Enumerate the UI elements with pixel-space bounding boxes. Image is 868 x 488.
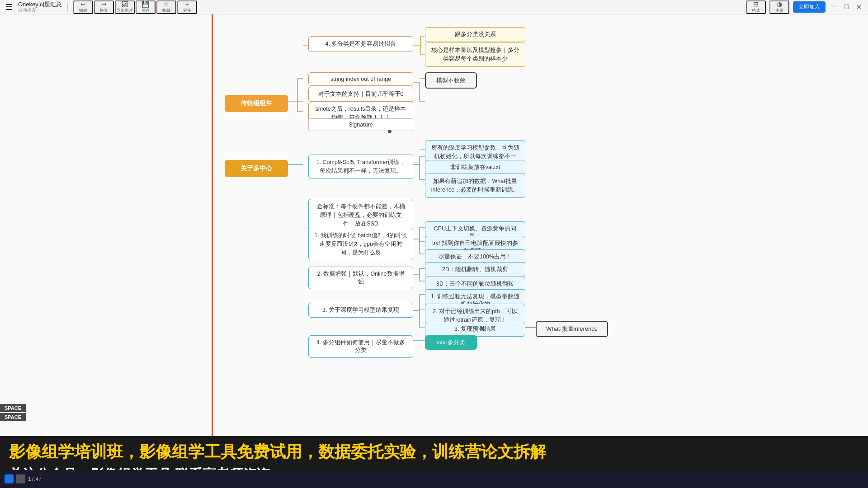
node-2d-aug: 2D：随机翻转、随机裁剪 [425,262,525,277]
toolbar: ☰ Onekey问题汇总 自动保存 ↩撤销 ↪恢复 🖼导出图片 💾保存 ☆收藏 … [0,0,868,14]
node-retrain-data: 如果有新追加的数据，What批量inference，必要的时候重新训练。 [425,174,525,198]
export-button[interactable]: 🖼导出图片 [115,0,135,14]
collect-button[interactable]: ☆收藏 [156,0,176,14]
node-multicomp: 4. 多分组件如何使用｜尽量不做多分类 [308,335,413,358]
canvas: 4. 多分类是不是容易过拟合 跟多分类没关系 核心是样本量以及模型超参｜多分类容… [0,14,868,488]
space-badge-group: SPACE SPACE [0,404,26,421]
join-button[interactable]: 立即加入 [793,1,826,13]
node-multiclass-overfit: 4. 多分类是不是容易过拟合 [308,36,413,52]
app-title: Onekey问题汇总 [18,1,62,8]
node-data-augmentation: 2. 数据增强｜默认，Online数据增强 [308,267,413,289]
toolbar-left: ☰ Onekey问题汇总 自动保存 ↩撤销 ↪恢复 🖼导出图片 💾保存 ☆收藏 … [4,0,741,14]
node-text-support: 对于文本的支持｜目前几乎等于0 [308,87,413,102]
left-border-line [212,14,213,488]
taskbar-items: 17:47 [0,474,868,483]
category-multicenter: 关于多中心 [225,160,288,177]
format-button[interactable]: ⊟格式 [746,0,766,14]
taskbar-clock: 17:47 [28,476,863,482]
node-repro3: 3. 复现预测结果 [425,322,525,337]
app-title-group: Onekey问题汇总 自动保存 [18,1,62,14]
node-val-txt: 非训练集放在val.txt [425,160,525,175]
window-controls: ─ □ ✕ [829,3,864,11]
category-traditional: 传统组组件 [225,95,288,112]
banner-line1: 影像组学培训班，影像组学工具免费试用，数据委托实验，训练营论文拆解 [9,440,859,464]
app-subtitle: 自动保存 [18,8,62,13]
minimize-button[interactable]: ─ [829,3,840,11]
more-button[interactable]: +更多 [177,0,197,14]
space-badge-2: SPACE [0,413,26,421]
toolbar-right: ⊟格式 ◑主题 立即加入 ─ □ ✕ [746,0,864,14]
node-multiclass-right1: 跟多分类没关系 [425,27,525,42]
node-string-index: string index out of range [308,72,413,86]
search-icon[interactable] [16,474,25,483]
node-gold-standard: 金标准：每个硬件都不能差，木桶原理｜包括硬盘，必要的训练文件，放在SSD [308,199,413,231]
node-xxx-multiclass: xxx-多分类 [425,335,477,350]
node-multiclass-right2: 核心是样本量以及模型超参｜多分类容易每个类别的样本少 [425,42,525,67]
start-button[interactable] [5,474,14,483]
undo-button[interactable]: ↩撤销 [73,0,93,14]
node-model-no-converge: 模型不收敛 [425,72,477,89]
node-signature[interactable]: Signature [308,118,413,131]
taskbar: 17:47 [0,470,868,488]
node-batch-training: 1. 我训练的时候 batch值2，4的时候速度反而没0快，gpu会有空闲时间，… [308,228,413,260]
node-deep-repro: 3. 关于深度学习模型结果复现 [308,303,413,318]
space-badge-1: SPACE [0,404,26,412]
theme-button[interactable]: ◑主题 [769,0,789,14]
node-what-batch-inference: What-批量inference [536,321,608,337]
maximize-button[interactable]: □ [841,3,851,11]
menu-icon[interactable]: ☰ [4,2,14,12]
close-button[interactable]: ✕ [853,3,864,11]
toolbar-actions: ↩撤销 ↪恢复 🖼导出图片 💾保存 ☆收藏 +更多 [73,0,197,14]
redo-button[interactable]: ↪恢复 [94,0,114,14]
save-button[interactable]: 💾保存 [136,0,156,14]
node-transformer-training: 1. Comp9-Sol5, Transformer训练，每次结果都不一样，无法… [308,155,413,179]
